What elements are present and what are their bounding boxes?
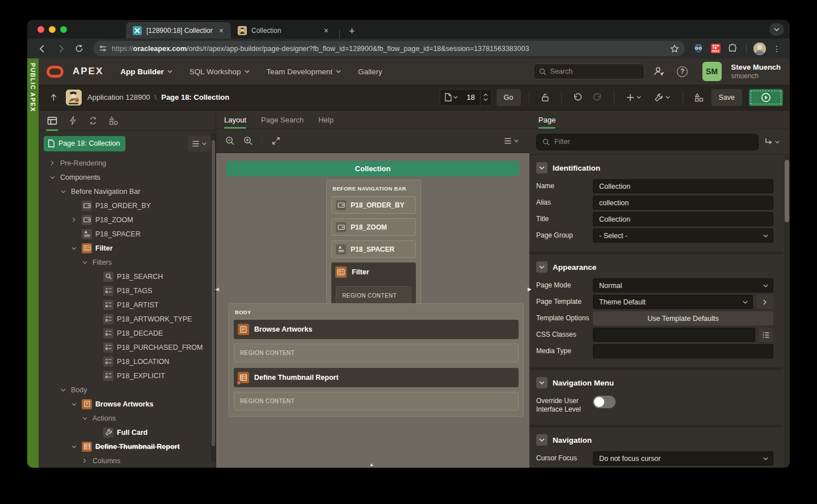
name-input[interactable]: Collection: [593, 179, 773, 193]
undo-icon[interactable]: [570, 90, 586, 105]
tab-page-search[interactable]: Page Search: [261, 116, 304, 129]
layout-canvas[interactable]: Collection BEFORE NAVIGATION BAR P18_ORD…: [216, 153, 529, 468]
zoom-window-button[interactable]: [60, 26, 67, 33]
owl-extension-icon[interactable]: [692, 42, 705, 56]
chevron-down-icon[interactable]: [69, 445, 78, 448]
body-slot[interactable]: BODY Browse Artworks REGION CONTENT: [229, 303, 524, 417]
chevron-right-icon[interactable]: [69, 217, 78, 222]
canvas-region-define-thumbnail-report[interactable]: Define Thumbnail Report REGION CONTENT: [234, 368, 519, 410]
bottom-splitter-handle[interactable]: ▲: [369, 462, 374, 467]
chevron-down-icon[interactable]: [48, 176, 57, 179]
canvas-page-title[interactable]: Collection: [226, 161, 519, 176]
tree-item-p18-artwork-type[interactable]: P18_ARTWORK_TYPE: [39, 312, 211, 326]
browser-tab-active[interactable]: [128900:18] Collection ×: [126, 22, 231, 39]
chevron-down-icon[interactable]: [80, 261, 89, 264]
chevron-down-icon[interactable]: [58, 190, 68, 193]
media-type-input[interactable]: [593, 344, 773, 358]
chevron-down-icon[interactable]: [80, 417, 89, 420]
apex-extension-icon[interactable]: APEX: [709, 42, 722, 56]
tree-scrollbar[interactable]: [211, 133, 216, 462]
region-content-slot[interactable]: REGION CONTENT: [336, 286, 411, 305]
expand-icon[interactable]: [268, 133, 284, 149]
properties-filter-input[interactable]: Filter: [536, 134, 759, 150]
collapse-group-button[interactable]: [536, 261, 548, 273]
tree-item-p18-search[interactable]: P18_SEARCH: [39, 269, 211, 283]
redo-icon[interactable]: [590, 90, 606, 105]
global-search-input[interactable]: Search: [533, 63, 645, 79]
chevron-down-icon[interactable]: [69, 247, 78, 250]
tree-item-p18-artist[interactable]: P18_ARTIST: [39, 298, 211, 312]
chevron-down-icon[interactable]: [58, 388, 68, 392]
back-button[interactable]: [35, 41, 50, 56]
title-input[interactable]: Collection: [593, 212, 773, 226]
utilities-menu-button[interactable]: [650, 90, 675, 105]
tree-item-define-thumbnail-report[interactable]: Define Thumbnail Report: [39, 439, 211, 454]
cursor-focus-select[interactable]: Do not focus cursor: [593, 451, 773, 465]
shared-components-icon[interactable]: [691, 90, 707, 105]
user-info[interactable]: Steve Muench smuench: [731, 63, 781, 80]
tab-help[interactable]: Help: [318, 116, 334, 129]
alias-input[interactable]: collection: [593, 196, 773, 210]
go-button[interactable]: Go: [496, 89, 521, 106]
tab-processing-icon[interactable]: [83, 111, 103, 131]
create-menu-button[interactable]: [622, 90, 645, 105]
browser-menu-icon[interactable]: ⋮: [769, 44, 784, 53]
override-ui-level-toggle[interactable]: [593, 396, 616, 408]
lock-icon[interactable]: [537, 90, 553, 105]
go-to-template-button[interactable]: [756, 295, 773, 309]
left-splitter-handle[interactable]: ◀: [215, 286, 219, 292]
url-text[interactable]: https://oracleapex.com/ords/r/apex/app-b…: [112, 45, 666, 53]
bookmark-star-icon[interactable]: [670, 44, 679, 53]
page-number-stepper[interactable]: [480, 90, 491, 105]
extensions-puzzle-icon[interactable]: [726, 42, 739, 56]
tree-selected-page[interactable]: Page 18: Collection: [44, 136, 125, 151]
new-tab-button[interactable]: +: [343, 24, 361, 39]
tab-page-properties[interactable]: Page: [538, 116, 555, 129]
reload-button[interactable]: [71, 41, 86, 56]
tree-item-browse-artworks[interactable]: Browse Artworks: [39, 397, 211, 411]
browser-profile-avatar[interactable]: [753, 43, 766, 55]
tree-item-actions[interactable]: Actions: [39, 411, 211, 425]
breadcrumb-app[interactable]: Application 128900: [87, 93, 150, 101]
tree-item-body[interactable]: Body: [39, 383, 211, 397]
collapse-group-button[interactable]: [536, 377, 548, 388]
page-template-select[interactable]: Theme Default: [593, 295, 753, 309]
admin-services-icon[interactable]: [649, 63, 668, 80]
forward-button[interactable]: [53, 41, 68, 56]
close-icon[interactable]: ×: [217, 26, 225, 35]
canvas-item-p18-spacer[interactable]: P18_SPACER: [331, 240, 416, 258]
chevron-right-icon[interactable]: [48, 160, 57, 166]
css-classes-list-button[interactable]: [759, 328, 773, 342]
chevron-down-icon[interactable]: [69, 403, 78, 406]
save-button[interactable]: Save: [711, 89, 743, 106]
tree-item-columns[interactable]: Columns: [39, 454, 211, 468]
properties-scrollbar[interactable]: [784, 155, 790, 468]
tree-item-p18-location[interactable]: P18_LOCATION: [39, 354, 211, 369]
tab-search-button[interactable]: [769, 23, 784, 36]
application-icon[interactable]: [66, 90, 82, 105]
go-to-group-button[interactable]: [764, 138, 782, 146]
close-window-button[interactable]: [37, 26, 44, 33]
tab-layout[interactable]: Layout: [224, 116, 246, 129]
canvas-item-p18-order-by[interactable]: P18_ORDER_BY: [331, 196, 416, 214]
zoom-out-icon[interactable]: [222, 133, 238, 149]
user-avatar[interactable]: SM: [702, 62, 722, 81]
tree-item-components[interactable]: Components: [39, 170, 211, 184]
tree-item-p18-zoom[interactable]: P18_ZOOM: [39, 213, 211, 227]
tree-menu-button[interactable]: [188, 135, 210, 151]
close-icon[interactable]: ×: [322, 26, 330, 35]
tab-dynamic-actions-icon[interactable]: [62, 111, 83, 131]
tree-item-p18-decade[interactable]: P18_DECADE: [39, 326, 211, 340]
tree-item-p18-spacer[interactable]: P18_SPACER: [39, 227, 211, 241]
tree-item-p18-tags[interactable]: P18_TAGS: [39, 283, 211, 298]
help-icon[interactable]: ?: [673, 63, 692, 80]
site-info-icon[interactable]: [99, 44, 107, 53]
right-splitter-handle[interactable]: ▶: [528, 286, 532, 292]
nav-team-development[interactable]: Team Development: [267, 67, 341, 76]
template-options-button[interactable]: Use Template Defaults: [593, 311, 773, 325]
page-finder-button[interactable]: [440, 90, 462, 105]
page-number-input[interactable]: 18: [462, 93, 480, 101]
tab-rendering-icon[interactable]: [42, 111, 62, 131]
tree-item-full-card[interactable]: Full Card: [39, 425, 211, 439]
region-content-slot[interactable]: REGION CONTENT: [234, 392, 519, 410]
